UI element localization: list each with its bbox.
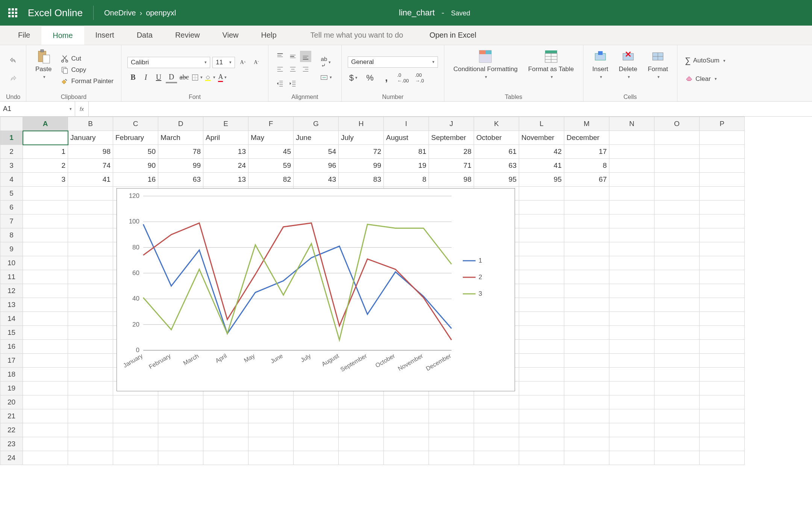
- wrap-text-button[interactable]: ab⤶: [317, 57, 335, 68]
- cell-N7[interactable]: [609, 214, 654, 228]
- cell-A20[interactable]: [23, 395, 68, 409]
- cell-L22[interactable]: [519, 423, 564, 437]
- cell-H24[interactable]: [339, 451, 384, 465]
- align-bottom-icon[interactable]: [300, 51, 311, 62]
- col-header-A[interactable]: A: [23, 117, 68, 131]
- cell-E1[interactable]: April: [203, 131, 248, 145]
- cell-K20[interactable]: [474, 395, 519, 409]
- shrink-font-icon[interactable]: Aˇ: [251, 57, 262, 68]
- cell-D2[interactable]: 78: [158, 145, 203, 159]
- cell-P23[interactable]: [700, 437, 745, 451]
- cell-O9[interactable]: [654, 242, 700, 256]
- cell-N24[interactable]: [609, 451, 654, 465]
- row-header-8[interactable]: 8: [0, 228, 23, 242]
- cell-C20[interactable]: [113, 395, 158, 409]
- cell-O22[interactable]: [654, 423, 700, 437]
- cell-M18[interactable]: [564, 368, 609, 382]
- cell-N18[interactable]: [609, 368, 654, 382]
- col-header-F[interactable]: F: [248, 117, 294, 131]
- borders-button[interactable]: [191, 72, 203, 83]
- col-header-B[interactable]: B: [68, 117, 113, 131]
- cell-B9[interactable]: [68, 242, 113, 256]
- col-header-I[interactable]: I: [384, 117, 429, 131]
- cell-E24[interactable]: [203, 451, 248, 465]
- cell-G4[interactable]: 43: [294, 173, 339, 187]
- row-header-7[interactable]: 7: [0, 214, 23, 228]
- cell-M14[interactable]: [564, 312, 609, 326]
- cell-G2[interactable]: 54: [294, 145, 339, 159]
- cell-B24[interactable]: [68, 451, 113, 465]
- tab-insert[interactable]: Insert: [84, 26, 126, 45]
- comma-button[interactable]: ,: [381, 72, 392, 84]
- cell-L18[interactable]: [519, 368, 564, 382]
- cell-E2[interactable]: 13: [203, 145, 248, 159]
- row-header-21[interactable]: 21: [0, 409, 23, 423]
- cell-G24[interactable]: [294, 451, 339, 465]
- row-header-11[interactable]: 11: [0, 270, 23, 284]
- cell-L15[interactable]: [519, 326, 564, 340]
- cell-O8[interactable]: [654, 228, 700, 242]
- cell-M11[interactable]: [564, 270, 609, 284]
- cell-O1[interactable]: [654, 131, 700, 145]
- cell-A23[interactable]: [23, 437, 68, 451]
- row-header-12[interactable]: 12: [0, 284, 23, 298]
- cell-A9[interactable]: [23, 242, 68, 256]
- cell-N13[interactable]: [609, 298, 654, 312]
- breadcrumb-folder[interactable]: openpyxl: [146, 9, 176, 17]
- cell-D20[interactable]: [158, 395, 203, 409]
- cell-A10[interactable]: [23, 256, 68, 270]
- cell-L8[interactable]: [519, 228, 564, 242]
- cell-C1[interactable]: February: [113, 131, 158, 145]
- fill-color-button[interactable]: [204, 72, 215, 83]
- row-header-3[interactable]: 3: [0, 159, 23, 173]
- cell-O14[interactable]: [654, 312, 700, 326]
- select-all-corner[interactable]: [0, 117, 23, 131]
- cell-P17[interactable]: [700, 354, 745, 368]
- cell-M4[interactable]: 67: [564, 173, 609, 187]
- cell-A1[interactable]: [23, 131, 68, 145]
- row-header-13[interactable]: 13: [0, 298, 23, 312]
- cell-P18[interactable]: [700, 368, 745, 382]
- cell-K1[interactable]: October: [474, 131, 519, 145]
- row-header-18[interactable]: 18: [0, 368, 23, 382]
- cell-J21[interactable]: [429, 409, 474, 423]
- col-header-E[interactable]: E: [203, 117, 248, 131]
- cell-J1[interactable]: September: [429, 131, 474, 145]
- row-header-20[interactable]: 20: [0, 395, 23, 409]
- cell-H3[interactable]: 99: [339, 159, 384, 173]
- font-size-select[interactable]: 11▾: [212, 57, 235, 68]
- italic-button[interactable]: I: [140, 72, 151, 83]
- cell-M21[interactable]: [564, 409, 609, 423]
- cell-I1[interactable]: August: [384, 131, 429, 145]
- cell-K22[interactable]: [474, 423, 519, 437]
- cell-N21[interactable]: [609, 409, 654, 423]
- cell-N5[interactable]: [609, 187, 654, 201]
- cell-P7[interactable]: [700, 214, 745, 228]
- cell-P20[interactable]: [700, 395, 745, 409]
- row-header-10[interactable]: 10: [0, 256, 23, 270]
- tab-file[interactable]: File: [7, 26, 41, 45]
- cell-G20[interactable]: [294, 395, 339, 409]
- col-header-D[interactable]: D: [158, 117, 203, 131]
- cell-D3[interactable]: 99: [158, 159, 203, 173]
- cell-J2[interactable]: 28: [429, 145, 474, 159]
- cell-K21[interactable]: [474, 409, 519, 423]
- merge-cells-button[interactable]: [317, 72, 335, 83]
- col-header-P[interactable]: P: [700, 117, 745, 131]
- col-header-H[interactable]: H: [339, 117, 384, 131]
- redo-button[interactable]: [8, 73, 19, 85]
- cell-P16[interactable]: [700, 340, 745, 354]
- cell-P21[interactable]: [700, 409, 745, 423]
- cell-B5[interactable]: [68, 187, 113, 201]
- cell-C4[interactable]: 16: [113, 173, 158, 187]
- cell-B14[interactable]: [68, 312, 113, 326]
- cell-P6[interactable]: [700, 201, 745, 214]
- cell-N2[interactable]: [609, 145, 654, 159]
- cell-A7[interactable]: [23, 214, 68, 228]
- cell-M15[interactable]: [564, 326, 609, 340]
- cell-N17[interactable]: [609, 354, 654, 368]
- number-format-select[interactable]: General▾: [348, 56, 438, 68]
- cell-A2[interactable]: 1: [23, 145, 68, 159]
- cell-A3[interactable]: 2: [23, 159, 68, 173]
- cell-A22[interactable]: [23, 423, 68, 437]
